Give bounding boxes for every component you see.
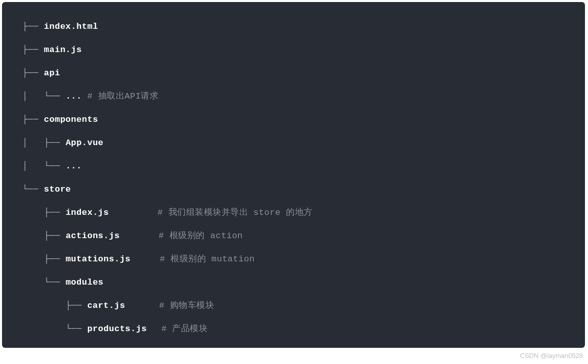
tree-name: main.js — [44, 38, 82, 62]
tree-name: ... — [66, 85, 88, 108]
tree-prefix: │ └── — [22, 85, 66, 108]
tree-comment: # 我们组装模块并导出 store 的地方 — [157, 201, 312, 224]
tree-name: cart.js — [87, 294, 125, 317]
tree-spacer — [125, 294, 159, 317]
tree-name: actions.js — [66, 224, 120, 248]
tree-line: ├── mutations.js # 根级别的 mutation — [22, 248, 565, 271]
tree-line: ├── main.js — [22, 38, 565, 62]
tree-comment: # 购物车模块 — [159, 294, 215, 317]
tree-prefix: │ ├── — [22, 131, 66, 155]
tree-prefix: │ └── — [22, 155, 66, 178]
tree-prefix: ├── — [22, 224, 66, 248]
tree-prefix: ├── — [22, 15, 44, 38]
tree-prefix: ├── — [22, 201, 66, 224]
tree-line: ├── cart.js # 购物车模块 — [22, 294, 565, 317]
tree-spacer — [120, 224, 159, 248]
tree-prefix: └── — [22, 178, 44, 201]
tree-spacer — [131, 248, 160, 271]
tree-name: ... — [66, 155, 82, 178]
tree-line: └── modules — [22, 271, 565, 294]
tree-name: products.js — [87, 317, 147, 341]
tree-comment: # 根级别的 action — [158, 224, 242, 248]
tree-prefix: └── — [22, 317, 87, 341]
tree-prefix: ├── — [22, 248, 66, 271]
tree-spacer — [109, 201, 157, 224]
tree-line: ├── actions.js # 根级别的 action — [22, 224, 565, 248]
tree-prefix: ├── — [22, 294, 87, 317]
tree-prefix: ├── — [22, 108, 44, 131]
tree-line: ├── components — [22, 108, 565, 131]
code-block: ├── index.html ├── main.js ├── api │ └──… — [2, 2, 585, 348]
tree-prefix: ├── — [22, 38, 44, 62]
tree-comment: # 抽取出API请求 — [87, 85, 158, 108]
tree-prefix: └── — [22, 271, 66, 294]
tree-name: api — [44, 62, 60, 85]
tree-comment: # 根级别的 mutation — [160, 248, 255, 271]
tree-name: modules — [66, 271, 104, 294]
tree-line: │ ├── App.vue — [22, 131, 565, 155]
tree-line: └── products.js # 产品模块 — [22, 317, 565, 341]
tree-line: ├── index.js # 我们组装模块并导出 store 的地方 — [22, 201, 565, 224]
tree-name: store — [44, 178, 71, 201]
tree-name: components — [44, 108, 98, 131]
tree-line: │ └── ... # 抽取出API请求 — [22, 85, 565, 108]
tree-prefix: ├── — [22, 62, 44, 85]
tree-line: ├── api — [22, 62, 565, 85]
tree-name: App.vue — [66, 131, 104, 155]
tree-name: index.js — [66, 201, 109, 224]
tree-name: mutations.js — [66, 248, 131, 271]
tree-name: index.html — [44, 15, 98, 38]
tree-line: └── store — [22, 178, 565, 201]
tree-line: │ └── ... — [22, 155, 565, 178]
tree-comment: # 产品模块 — [161, 317, 207, 341]
tree-spacer — [147, 317, 161, 341]
tree-line: ├── index.html — [22, 15, 565, 38]
